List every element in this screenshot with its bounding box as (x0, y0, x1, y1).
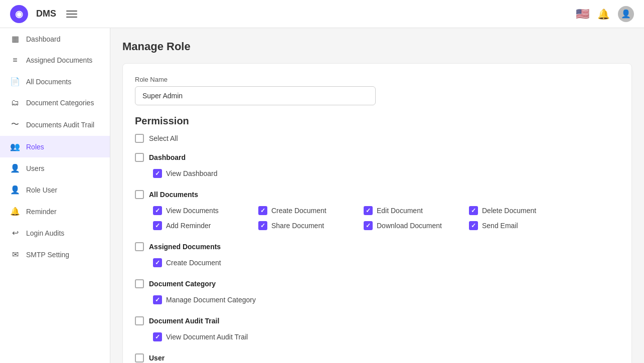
perm-item-label-view-dashboard: View Dashboard (166, 169, 217, 177)
perm-header-all-documents: All Documents (135, 187, 619, 202)
header: ◉ DMS 🇺🇸 🔔 👤 (0, 0, 644, 28)
perm-sub-all-documents: View Documents Create Document Edit Docu… (135, 202, 619, 234)
perm-item-edit-document: Edit Document (364, 206, 454, 215)
select-all-checkbox[interactable] (135, 134, 144, 143)
role-name-label: Role Name (135, 76, 619, 83)
perm-item-checkbox-edit-document[interactable] (364, 206, 373, 215)
sidebar-item-dashboard[interactable]: ▦ Dashboard (0, 28, 110, 50)
perm-sub-document-category: Manage Document Category (135, 291, 619, 308)
perm-header-assigned-documents: Assigned Documents (135, 239, 619, 254)
layout: ▦ Dashboard≡ Assigned Documents📄 All Doc… (0, 28, 644, 363)
permission-title: Permission (135, 115, 619, 127)
perm-item-view-document-audit-trail: View Document Audit Trail (153, 332, 248, 341)
sidebar-item-users[interactable]: 👤 Users (0, 157, 110, 179)
role-name-input[interactable] (135, 86, 376, 105)
perm-item-checkbox-send-email[interactable] (469, 221, 478, 230)
perm-item-checkbox-create-document-assigned[interactable] (153, 258, 162, 267)
perm-checkbox-user[interactable] (135, 353, 144, 362)
logo-icon: ◉ (15, 9, 23, 20)
perm-sub-dashboard: View Dashboard (135, 165, 619, 182)
perm-checkbox-all-documents[interactable] (135, 190, 144, 199)
sidebar-icon-dashboard: ▦ (10, 34, 20, 44)
perm-item-label-add-reminder: Add Reminder (166, 222, 211, 230)
sidebar-item-smtp-setting[interactable]: ✉ SMTP Setting (0, 244, 110, 265)
sidebar-item-login-audits[interactable]: ↩ Login Audits (0, 222, 110, 244)
sidebar-item-roles[interactable]: 👥 Roles (0, 136, 110, 157)
sidebar-item-document-categories[interactable]: 🗂 Document Categories (0, 92, 110, 113)
select-all-row: Select All (135, 134, 619, 143)
perm-item-delete-document: Delete Document (469, 206, 559, 215)
avatar[interactable]: 👤 (618, 6, 634, 22)
perm-item-checkbox-delete-document[interactable] (469, 206, 478, 215)
perm-item-create-document: Create Document (258, 206, 349, 215)
perm-checkbox-assigned-documents[interactable] (135, 242, 144, 251)
perm-header-document-audit-trail: Document Audit Trail (135, 313, 619, 328)
perm-item-label-edit-document: Edit Document (377, 207, 423, 215)
perm-item-add-reminder: Add Reminder (153, 221, 243, 230)
perm-section-user: User View Users Create User Edit User De… (135, 350, 619, 363)
sidebar-label-dashboard: Dashboard (26, 35, 61, 43)
permissions-container: Dashboard View Dashboard All Documents V… (135, 150, 619, 363)
perm-item-view-documents: View Documents (153, 206, 243, 215)
perm-item-manage-document-category: Manage Document Category (153, 295, 256, 304)
sidebar-item-role-user[interactable]: 👤 Role User (0, 179, 110, 201)
perm-label-all-documents: All Documents (149, 191, 198, 199)
perm-section-document-audit-trail: Document Audit Trail View Document Audit… (135, 313, 619, 345)
perm-item-label-download-document: Download Document (377, 222, 442, 230)
sidebar-icon-role-user: 👤 (10, 185, 20, 195)
perm-item-label-view-document-audit-trail: View Document Audit Trail (166, 333, 248, 341)
sidebar-icon-login-audits: ↩ (10, 228, 20, 238)
perm-item-view-dashboard: View Dashboard (153, 169, 243, 178)
sidebar-icon-all-documents: 📄 (10, 77, 20, 86)
sidebar-icon-document-categories: 🗂 (10, 98, 20, 107)
perm-item-checkbox-create-document[interactable] (258, 206, 267, 215)
perm-item-checkbox-view-dashboard[interactable] (153, 169, 162, 178)
perm-item-checkbox-view-documents[interactable] (153, 206, 162, 215)
perm-checkbox-dashboard[interactable] (135, 153, 144, 162)
perm-item-share-document: Share Document (258, 221, 349, 230)
sidebar-item-reminder[interactable]: 🔔 Reminder (0, 201, 110, 222)
sidebar-item-assigned-documents[interactable]: ≡ Assigned Documents (0, 50, 110, 71)
perm-label-dashboard: Dashboard (149, 153, 186, 161)
sidebar-item-all-documents[interactable]: 📄 All Documents (0, 71, 110, 92)
perm-checkbox-document-audit-trail[interactable] (135, 316, 144, 325)
perm-item-send-email: Send Email (469, 221, 559, 230)
sidebar-label-document-categories: Document Categories (26, 99, 94, 107)
sidebar-icon-smtp-setting: ✉ (10, 250, 20, 259)
perm-sub-document-audit-trail: View Document Audit Trail (135, 328, 619, 345)
main-content: Manage Role Role Name Permission Select … (110, 28, 644, 363)
perm-item-download-document: Download Document (364, 221, 454, 230)
sidebar-label-smtp-setting: SMTP Setting (26, 251, 69, 259)
perm-item-label-manage-document-category: Manage Document Category (166, 296, 256, 304)
sidebar-icon-roles: 👥 (10, 142, 20, 151)
perm-item-label-view-documents: View Documents (166, 207, 219, 215)
perm-item-checkbox-view-document-audit-trail[interactable] (153, 332, 162, 341)
sidebar-label-users: Users (26, 164, 45, 172)
perm-label-user: User (149, 354, 165, 362)
perm-item-label-create-document-assigned: Create Document (166, 259, 221, 267)
app-name: DMS (36, 9, 56, 19)
hamburger-button[interactable] (64, 9, 79, 20)
sidebar-icon-users: 👤 (10, 163, 20, 173)
perm-item-create-document-assigned: Create Document (153, 258, 243, 267)
sidebar-label-assigned-documents: Assigned Documents (26, 56, 92, 64)
header-right: 🇺🇸 🔔 👤 (576, 6, 634, 22)
perm-item-label-delete-document: Delete Document (482, 207, 536, 215)
perm-sub-assigned-documents: Create Document (135, 254, 619, 271)
perm-header-document-category: Document Category (135, 276, 619, 291)
sidebar-icon-reminder: 🔔 (10, 207, 20, 216)
page-title: Manage Role (122, 40, 632, 53)
perm-item-checkbox-add-reminder[interactable] (153, 221, 162, 230)
perm-item-checkbox-manage-document-category[interactable] (153, 295, 162, 304)
perm-item-checkbox-share-document[interactable] (258, 221, 267, 230)
sidebar-item-documents-audit-trail[interactable]: 〜 Documents Audit Trail (0, 113, 110, 136)
flag-icon[interactable]: 🇺🇸 (576, 8, 589, 21)
sidebar: ▦ Dashboard≡ Assigned Documents📄 All Doc… (0, 28, 110, 363)
perm-checkbox-document-category[interactable] (135, 279, 144, 288)
perm-item-checkbox-download-document[interactable] (364, 221, 373, 230)
header-left: ◉ DMS (10, 5, 79, 23)
perm-header-user: User (135, 350, 619, 363)
notification-bell-icon[interactable]: 🔔 (597, 8, 610, 20)
logo: ◉ (10, 5, 28, 23)
perm-item-label-send-email: Send Email (482, 222, 518, 230)
